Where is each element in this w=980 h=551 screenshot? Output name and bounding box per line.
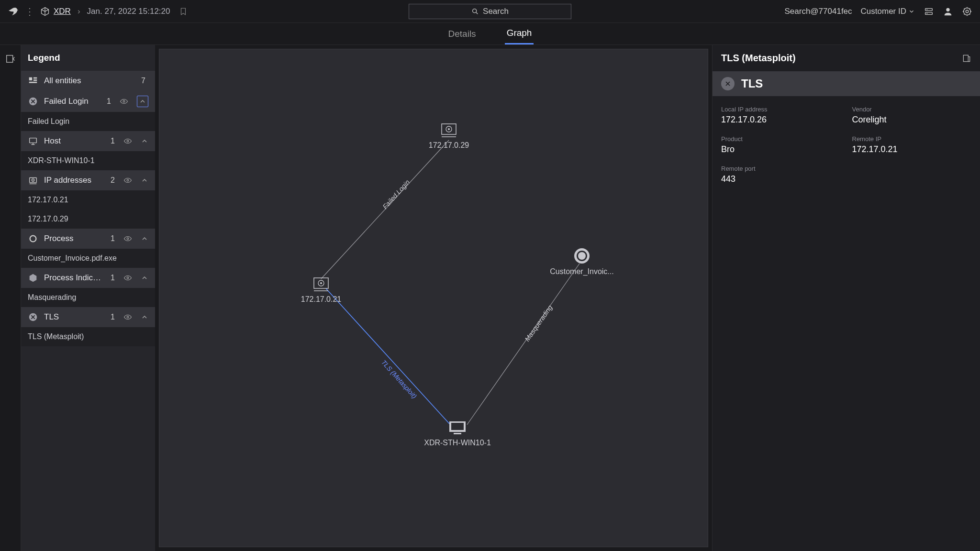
legend-item-ip[interactable]: 172.17.0.21 xyxy=(21,190,155,209)
visibility-eye-icon[interactable] xyxy=(123,234,132,243)
graph-node-process[interactable]: Customer_Invoic... xyxy=(550,248,613,276)
legend-group-process-indicator[interactable]: Process Indicat... 1 xyxy=(21,268,155,288)
legend-group-label: Failed Login xyxy=(44,97,101,106)
bookmark-icon[interactable] xyxy=(179,7,188,16)
edge-label: TLS (Metasploit) xyxy=(380,358,419,400)
svg-point-31 xyxy=(320,282,322,284)
graph-node-ip-29[interactable]: 172.17.0.29 xyxy=(429,124,469,149)
graph-node-ip-21[interactable]: 172.17.0.21 xyxy=(301,278,342,303)
visibility-eye-icon[interactable] xyxy=(123,137,132,145)
collapse-toggle[interactable] xyxy=(137,96,148,107)
search-input[interactable]: Search xyxy=(409,4,571,19)
tab-graph[interactable]: Graph xyxy=(505,23,534,44)
field-product: Product Bro xyxy=(721,135,841,154)
visibility-eye-icon[interactable] xyxy=(120,97,128,106)
node-label: Customer_Invoic... xyxy=(550,267,613,276)
details-title: TLS (Metasploit) xyxy=(721,53,796,64)
legend-panel: Legend All entities 7 Failed Login 1 Fai… xyxy=(21,45,155,551)
server-icon[interactable] xyxy=(924,6,934,17)
chevron-up-icon[interactable] xyxy=(141,176,148,184)
process-circle-icon xyxy=(28,233,38,244)
field-value: 172.17.0.21 xyxy=(852,144,972,154)
legend-group-count: 1 xyxy=(111,313,115,321)
node-label: 172.17.0.29 xyxy=(429,141,469,149)
breadcrumb-timestamp: Jan. 27, 2022 15:12:20 xyxy=(87,7,170,16)
customer-id-dropdown[interactable]: Customer ID xyxy=(861,7,915,16)
details-band-title: TLS xyxy=(741,77,763,90)
user-icon[interactable] xyxy=(943,6,953,17)
legend-group-label: TLS xyxy=(44,312,105,322)
tab-row: Details Graph xyxy=(0,23,980,45)
legend-group-host[interactable]: Host 1 xyxy=(21,131,155,151)
edge-tls[interactable] xyxy=(326,288,450,425)
legend-item-ip[interactable]: 172.17.0.29 xyxy=(21,209,155,229)
legend-item-failed-login[interactable]: Failed Login xyxy=(21,112,155,131)
legend-title: Legend xyxy=(21,45,155,71)
legend-group-count: 1 xyxy=(111,234,115,243)
details-panel: TLS (Metasploit) TLS Local IP address 17… xyxy=(712,45,980,551)
legend-group-label: IP addresses xyxy=(44,176,105,185)
logo-bird-icon[interactable] xyxy=(8,6,19,17)
breadcrumb-root[interactable]: XDR xyxy=(54,7,71,16)
module-cube-icon[interactable] xyxy=(40,7,50,16)
breadcrumb-separator-icon: › xyxy=(78,7,80,16)
legend-group-all-entities[interactable]: All entities 7 xyxy=(21,71,155,91)
field-vendor: Vendor Corelight xyxy=(852,106,972,125)
menu-dots-icon[interactable]: ⋮ xyxy=(25,7,34,16)
close-button[interactable] xyxy=(721,77,735,90)
close-icon xyxy=(724,80,732,88)
chevron-up-icon[interactable] xyxy=(141,137,148,145)
node-label: 172.17.0.21 xyxy=(301,295,342,303)
chevron-up-icon[interactable] xyxy=(141,313,148,321)
x-circle-icon xyxy=(28,96,38,107)
field-value: 172.17.0.26 xyxy=(721,115,841,125)
edge-label: Failed Login xyxy=(381,178,411,210)
settings-gear-icon[interactable] xyxy=(962,6,972,17)
legend-group-process[interactable]: Process 1 xyxy=(21,229,155,249)
visibility-eye-icon[interactable] xyxy=(123,176,132,185)
field-label: Remote IP xyxy=(852,135,972,143)
graph-canvas[interactable]: Failed Login TLS (Metasploit) Masqueradi… xyxy=(159,49,708,547)
legend-item-tls[interactable]: TLS (Metasploit) xyxy=(21,327,155,346)
chevron-down-icon xyxy=(908,8,915,15)
popout-icon[interactable] xyxy=(962,54,971,63)
legend-group-label: Process xyxy=(44,234,105,243)
field-value: 443 xyxy=(721,174,841,184)
legend-group-label: All entities xyxy=(44,76,135,86)
field-local-ip: Local IP address 172.17.0.26 xyxy=(721,106,841,125)
legend-item-host[interactable]: XDR-STH-WIN10-1 xyxy=(21,151,155,170)
legend-group-failed-login[interactable]: Failed Login 1 xyxy=(21,91,155,112)
user-search-label[interactable]: Search@77041fec xyxy=(785,7,852,16)
chevron-up-icon xyxy=(139,98,146,105)
customer-id-label: Customer ID xyxy=(861,7,906,16)
tab-details[interactable]: Details xyxy=(446,24,478,44)
sidebar-collapse-strip xyxy=(0,45,21,551)
legend-group-label: Host xyxy=(44,136,105,146)
field-label: Product xyxy=(721,135,841,143)
chevron-up-icon[interactable] xyxy=(141,235,148,242)
edge-failed-login[interactable] xyxy=(321,140,449,279)
field-label: Remote port xyxy=(721,165,841,172)
legend-group-ip-addresses[interactable]: IP addresses 2 xyxy=(21,170,155,190)
graph-node-host[interactable]: XDR-STH-WIN10-1 xyxy=(424,421,491,447)
svg-rect-34 xyxy=(451,423,464,430)
panel-collapse-icon[interactable] xyxy=(5,54,16,64)
visibility-eye-icon[interactable] xyxy=(123,313,132,321)
legend-group-count: 1 xyxy=(107,97,111,106)
field-value: Corelight xyxy=(852,115,972,125)
legend-group-count: 1 xyxy=(111,137,115,145)
search-placeholder: Search xyxy=(483,7,509,16)
legend-item-indicator[interactable]: Masquerading xyxy=(21,288,155,307)
field-remote-port: Remote port 443 xyxy=(721,165,841,184)
legend-item-process[interactable]: Customer_Invoice.pdf.exe xyxy=(21,249,155,268)
host-icon xyxy=(28,136,38,146)
visibility-eye-icon[interactable] xyxy=(123,274,132,282)
chevron-up-icon[interactable] xyxy=(141,274,148,282)
hex-icon xyxy=(28,273,38,283)
field-value: Bro xyxy=(721,144,841,154)
edge-masquerading[interactable] xyxy=(467,264,579,425)
legend-group-label: Process Indicat... xyxy=(44,273,105,283)
legend-group-tls[interactable]: TLS 1 xyxy=(21,307,155,327)
svg-point-27 xyxy=(448,128,450,130)
field-label: Local IP address xyxy=(721,106,841,113)
